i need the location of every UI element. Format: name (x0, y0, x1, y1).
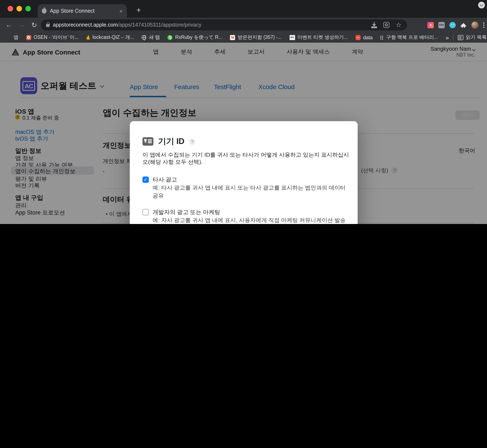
robot-extension-icon[interactable] (449, 22, 456, 28)
device-id-icon (142, 137, 153, 146)
url-host: appstoreconnect.apple.com (53, 22, 118, 28)
reading-list-button[interactable]: 읽기 목록 (458, 34, 487, 40)
profile-avatar[interactable] (471, 21, 479, 29)
zoom-window-button[interactable] (25, 6, 31, 11)
bookmark-star-icon[interactable]: ☆ (395, 22, 402, 28)
translate-icon[interactable]: G (383, 22, 389, 28)
tab-title: App Store Connect (50, 8, 116, 14)
new-tab-button[interactable]: + (133, 4, 145, 16)
tab-search-button[interactable] (478, 2, 485, 8)
bookmark-inbox[interactable]: M 받은편지함 (357) -... (230, 34, 282, 40)
gmail-favicon-icon: M (230, 35, 235, 40)
window-controls (8, 6, 31, 11)
bookmarks-overflow-button[interactable]: » (446, 34, 449, 41)
checkbox-checked-icon[interactable] (142, 176, 149, 183)
reading-list-icon (458, 35, 463, 40)
apple-favicon-icon (42, 8, 47, 14)
swift-favicon-icon: ~ (355, 35, 361, 40)
forward-button: → (16, 19, 27, 30)
qiita-favicon-icon: Q (168, 35, 173, 40)
close-window-button[interactable] (8, 6, 13, 11)
dialog-title: 기기 ID (158, 136, 184, 147)
crx-extension-icon[interactable]: CRX (438, 22, 445, 28)
option-third-party-ads[interactable]: 타사 광고 예: 타사 광고를 귀사 앱 내에 표시 또는 타사 광고를 표시하… (142, 176, 345, 200)
option-developer-ads[interactable]: 개발자의 광고 또는 마케팅 예: 자사 광고를 귀사 앱 내에 표시, 사용자… (142, 208, 345, 224)
browser-tab-strip: App Store Connect × + (0, 0, 487, 18)
lock-icon[interactable] (46, 24, 50, 27)
browser-toolbar: ← → ↻ appstoreconnect.apple.com/apps/147… (0, 18, 487, 32)
chevron-down-icon (480, 3, 483, 6)
browser-tab[interactable]: App Store Connect × (38, 4, 127, 18)
url-text[interactable]: appstoreconnect.apple.com/apps/147410531… (53, 22, 367, 28)
bookmark-data[interactable]: ~ data (355, 35, 373, 40)
firebase-favicon-icon (86, 35, 90, 40)
bookmark-new-tab[interactable]: 새 탭 (142, 34, 160, 40)
minimize-window-button[interactable] (17, 6, 22, 11)
back-button[interactable]: ← (3, 19, 14, 30)
wix-favicon-icon: WIX (289, 35, 295, 40)
purpose-options: 타사 광고 예: 타사 광고를 귀사 앱 내에 표시 또는 타사 광고를 표시하… (142, 176, 345, 224)
address-bar[interactable]: appstoreconnect.apple.com/apps/147410531… (41, 19, 407, 30)
url-path: /apps/1474105311/appstore/privacy (118, 22, 201, 28)
download-icon[interactable] (371, 22, 378, 28)
browser-menu-icon[interactable] (483, 22, 485, 28)
device-id-dialog: 기기 ID ? 이 앱에서 수집되는 기기 ID를 귀사 또는 타사가 어떻게 … (130, 121, 358, 224)
bookmark-apps[interactable]: 앱 (6, 34, 18, 40)
dialog-description: 이 앱에서 수집되는 기기 ID를 귀사 또는 타사가 어떻게 사용하고 있는지… (142, 151, 350, 166)
dialog-title-row: 기기 ID ? (142, 136, 345, 147)
divider (453, 34, 454, 40)
extensions-puzzle-icon[interactable] (460, 22, 467, 28)
bookmark-lockcast[interactable]: lockcast-QIZ – 개... (86, 34, 134, 40)
checkbox-icon[interactable] (142, 209, 149, 215)
help-icon[interactable]: ? (189, 138, 196, 145)
tab-close-icon[interactable]: × (119, 8, 123, 14)
screen: App Store Connect × + ← → ↻ appstoreconn… (0, 0, 487, 224)
globe-favicon-icon (142, 35, 146, 40)
reload-button[interactable]: ↻ (29, 19, 40, 30)
bookmark-macbook[interactable]: 구형 맥북 프로 배터리... (380, 34, 438, 40)
app-store-connect-page: App Store Connect 앱 분석 추세 보고서 사용자 및 액세스 … (0, 43, 487, 224)
osen-favicon-icon (26, 35, 31, 40)
bookmarks-bar: 앱 OSEN - ‘라이브’ 이... lockcast-QIZ – 개... … (0, 32, 487, 43)
sheet-extension-icon[interactable]: X (427, 22, 434, 28)
extension-area: X CRX (427, 19, 485, 30)
bookmark-rxruby[interactable]: Q RxRuby を使って R... (168, 34, 223, 40)
dots-favicon-icon (380, 35, 384, 40)
bookmark-osen[interactable]: OSEN - ‘라이브’ 이... (26, 34, 79, 40)
bookmark-wix[interactable]: WIX 이벤트 티켓 생성하기... (289, 34, 348, 40)
apps-grid-icon (6, 35, 11, 40)
